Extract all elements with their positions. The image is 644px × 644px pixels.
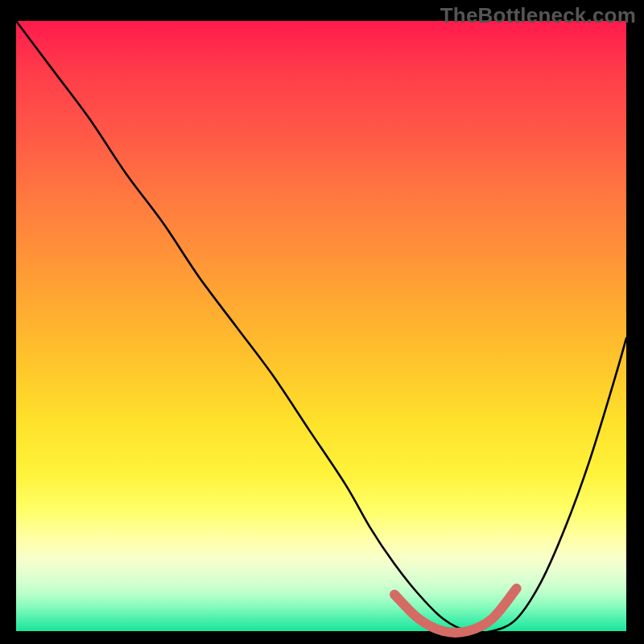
watermark-text: TheBottleneck.com <box>440 3 636 28</box>
bottleneck-curve <box>16 21 626 633</box>
plot-inner <box>16 21 626 631</box>
plot-frame <box>16 21 626 631</box>
chart-stage: TheBottleneck.com <box>0 0 644 644</box>
curve-svg <box>16 21 626 631</box>
